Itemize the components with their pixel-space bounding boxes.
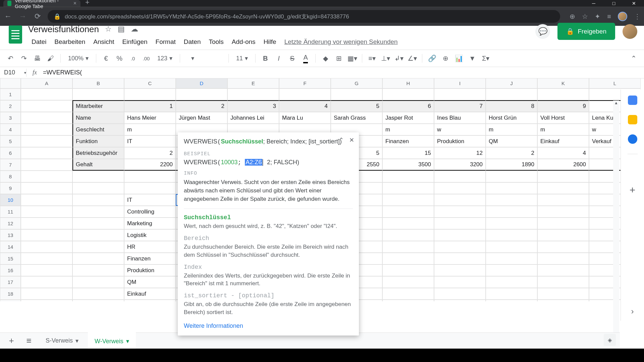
cell-A1[interactable] [21,88,72,100]
cell-I14[interactable] [434,241,486,253]
name-box[interactable]: D10▾ [0,69,26,76]
column-header-I[interactable]: I [434,78,486,88]
back-button[interactable]: ← [3,12,13,21]
row-header-8[interactable]: 8 [0,171,21,182]
cell-I3[interactable]: Ines Blau [434,112,486,124]
move-icon[interactable]: ▤ [118,25,125,34]
cell-B1[interactable] [72,88,124,100]
row-header-17[interactable]: 17 [0,276,21,288]
cell-C9[interactable] [124,182,176,194]
cell-C17[interactable]: QM [124,276,176,288]
cell-K4[interactable]: m [537,124,589,135]
paint-format-button[interactable]: 🖌 [45,53,56,64]
cell-A12[interactable] [21,218,72,229]
cell-A10[interactable] [21,194,72,206]
cell-G2[interactable]: 5 [331,100,382,112]
number-format-select[interactable]: 123▾ [154,55,176,62]
undo-button[interactable]: ↶ [5,53,16,64]
cell-K6[interactable]: 4 [537,147,589,159]
kebab-icon[interactable]: ⋮ [634,12,641,20]
cell-C8[interactable] [124,171,176,182]
cell-K19[interactable] [537,300,589,301]
percent-button[interactable]: % [114,53,125,64]
row-header-15[interactable]: 15 [0,253,21,264]
cell-K9[interactable] [537,182,589,194]
comments-button[interactable]: 💬 [535,24,550,39]
cell-A9[interactable] [21,182,72,194]
menu-bearbeiten[interactable]: Bearbeiten [51,37,89,47]
cell-H10[interactable] [382,194,434,206]
row-header-1[interactable]: 1 [0,88,21,100]
reload-button[interactable]: ⟳ [33,12,42,21]
menu-icon[interactable]: ≡ [607,13,611,20]
cell-K13[interactable] [537,229,589,241]
menu-format[interactable]: Format [152,37,179,47]
cell-J1[interactable] [486,88,537,100]
cell-I9[interactable] [434,182,486,194]
cell-K10[interactable] [537,194,589,206]
menu-hilfe[interactable]: Hilfe [260,37,280,47]
cell-A15[interactable] [21,253,72,264]
cell-J11[interactable] [486,206,537,218]
all-sheets-button[interactable]: ≡ [21,334,36,348]
cell-A7[interactable] [21,159,72,171]
cell-I6[interactable]: 12 [434,147,486,159]
column-header-K[interactable]: K [537,78,589,88]
cell-K3[interactable]: Voll Horst [537,112,589,124]
calendar-icon[interactable] [628,96,637,105]
text-color-button[interactable]: A [300,53,311,64]
cell-B18[interactable] [72,288,124,300]
explore-button[interactable]: ◈ [604,334,616,346]
vertical-scrollbar[interactable]: ▲ ▼ [613,101,619,339]
cell-C1[interactable] [124,88,176,100]
cell-H1[interactable] [382,88,434,100]
column-header-A[interactable]: A [21,78,72,88]
cell-J10[interactable] [486,194,537,206]
cell-A19[interactable] [21,300,72,301]
menu-addons[interactable]: Add-ons [228,37,259,47]
forward-button[interactable]: → [18,12,28,21]
cell-I4[interactable]: w [434,124,486,135]
menu-ansicht[interactable]: Ansicht [90,37,117,47]
more-info-link[interactable]: Weitere Informationen [184,322,353,329]
cell-A16[interactable] [21,264,72,276]
cell-C4[interactable]: m [124,124,176,135]
cell-J7[interactable]: 1890 [486,159,537,171]
cell-I7[interactable]: 3200 [434,159,486,171]
cell-K15[interactable] [537,253,589,264]
cell-C16[interactable]: Produktion [124,264,176,276]
close-window-button[interactable]: ✕ [624,0,644,7]
cell-J12[interactable] [486,218,537,229]
currency-button[interactable]: € [100,53,112,64]
row-header-5[interactable]: 5 [0,135,21,147]
tasks-icon[interactable] [628,134,637,144]
collapse-icon[interactable]: ⌃ [339,136,344,144]
cell-B2[interactable]: Mitarbeiter [72,100,124,112]
v-align-button[interactable]: ⊥▾ [380,53,391,64]
cell-J6[interactable]: 2 [486,147,537,159]
cell-J9[interactable] [486,182,537,194]
cell-H12[interactable] [382,218,434,229]
cell-A11[interactable] [21,206,72,218]
cell-C5[interactable]: IT [124,135,176,147]
column-header-H[interactable]: H [382,78,434,88]
cell-B11[interactable] [72,206,124,218]
cell-F3[interactable]: Mara Lu [279,112,331,124]
star-icon[interactable]: ☆ [105,25,112,34]
column-header-J[interactable]: J [486,78,537,88]
cell-I13[interactable] [434,229,486,241]
cell-K18[interactable] [537,288,589,300]
row-header-14[interactable]: 14 [0,241,21,253]
bookmark-icon[interactable]: ☆ [582,12,588,20]
cell-H8[interactable] [382,171,434,182]
scroll-up-icon[interactable]: ▲ [613,101,619,107]
cell-C12[interactable]: Marketing [124,218,176,229]
cell-A6[interactable] [21,147,72,159]
cell-I19[interactable] [434,300,486,301]
cell-A5[interactable] [21,135,72,147]
cell-H17[interactable] [382,276,434,288]
link-button[interactable]: 🔗 [426,53,438,64]
extensions-icon[interactable]: ✦ [595,12,600,20]
cell-E3[interactable]: Johannes Lei [227,112,279,124]
cell-K16[interactable] [537,264,589,276]
